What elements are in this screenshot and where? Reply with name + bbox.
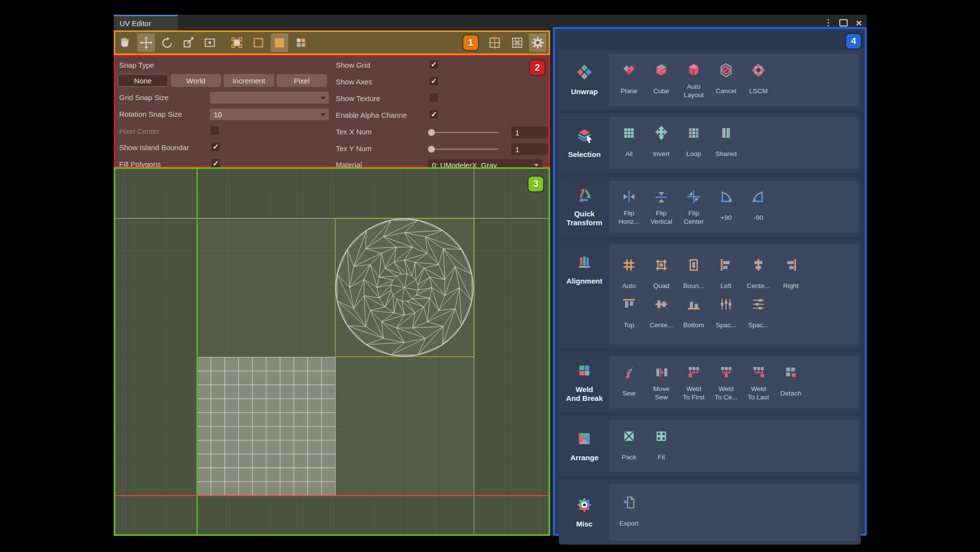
spacing-h-icon <box>718 296 734 314</box>
button-label: Flip Horiz... <box>619 209 640 226</box>
loop-icon <box>686 125 702 143</box>
button-label: Spac... <box>748 316 769 334</box>
pixel-center-checkbox[interactable] <box>210 126 220 135</box>
button-lscm[interactable]: LSCM <box>742 60 775 100</box>
button-label: Fit <box>658 448 665 466</box>
scale-tool-icon[interactable] <box>179 33 197 52</box>
grid-snap-dropdown[interactable] <box>210 92 329 104</box>
button-plane[interactable]: Plane <box>613 60 645 100</box>
uv-vertex-mode-icon[interactable] <box>228 33 246 52</box>
show-axes-checkbox[interactable]: ✓ <box>429 76 439 86</box>
button-label: Top <box>624 316 634 334</box>
fill-polygons-checkbox[interactable]: ✓ <box>211 158 221 168</box>
rect-select-tool-icon[interactable] <box>201 33 219 52</box>
auto-layout-icon <box>686 62 702 80</box>
move-sew-icon <box>653 365 669 382</box>
button-top[interactable]: Top <box>613 294 645 334</box>
button-shared[interactable]: Shared <box>710 123 742 162</box>
snap-option-increment[interactable]: Increment <box>224 74 274 87</box>
settings-gear-icon[interactable] <box>529 33 547 52</box>
tex-y-slider-knob[interactable] <box>428 146 435 153</box>
group-arrange: ArrangePackFit <box>559 416 861 476</box>
button-right[interactable]: Right <box>775 255 807 294</box>
tex-x-slider-knob[interactable] <box>428 129 435 136</box>
rotation-snap-dropdown[interactable]: 10 <box>210 108 329 120</box>
align-top-icon <box>621 296 637 314</box>
button-flip-center[interactable]: Flip Center <box>678 187 710 226</box>
button-label: Invert <box>653 145 670 162</box>
button-auto-layout[interactable]: Auto Layout <box>678 60 710 100</box>
region-badge-1: 1 <box>463 35 478 50</box>
enable-alpha-checkbox[interactable]: ✓ <box>429 109 439 119</box>
maximize-icon[interactable] <box>839 19 848 26</box>
button-left[interactable]: Left <box>710 255 742 294</box>
island-boundary-checkbox[interactable]: ✓ <box>211 142 221 152</box>
close-icon[interactable]: × <box>856 18 862 28</box>
button-move-sew[interactable]: Move Sew <box>645 363 678 402</box>
button-sew[interactable]: Sew <box>613 363 645 402</box>
flip-center-icon <box>686 189 702 207</box>
grid-settings-icon[interactable] <box>486 33 503 52</box>
tex-y-slider-track[interactable] <box>430 149 499 150</box>
move-tool-icon[interactable] <box>137 33 155 52</box>
align-auto-icon <box>621 257 637 275</box>
tex-x-value[interactable]: 1 <box>511 127 548 138</box>
button-detach[interactable]: Detach <box>775 363 807 402</box>
button-spac-[interactable]: Spac... <box>742 294 775 334</box>
button--90[interactable]: -90 <box>742 187 775 226</box>
tab-uv-editor[interactable]: UV Editor <box>114 15 178 30</box>
group-quick-transform-category: Quick Transform <box>561 177 608 237</box>
button-cente-[interactable]: Cente... <box>645 294 678 334</box>
button-quad[interactable]: Quad <box>645 255 678 294</box>
button-auto[interactable]: Auto <box>613 255 645 294</box>
button-cente-[interactable]: Cente... <box>742 255 775 294</box>
button-cube[interactable]: Cube <box>645 60 678 100</box>
pan-tool-icon[interactable] <box>116 33 133 52</box>
button-fit[interactable]: Fit <box>645 426 678 466</box>
button-spac-[interactable]: Spac... <box>710 294 742 334</box>
button-weld-to-last[interactable]: Weld To Last <box>742 363 775 402</box>
show-grid-label: Show Grid <box>336 60 370 70</box>
snap-option-pixel[interactable]: Pixel <box>276 74 327 87</box>
align-center-h-icon <box>751 257 766 275</box>
snap-option-none[interactable]: None <box>118 74 168 87</box>
button-weld-to-first[interactable]: Weld To First <box>678 363 710 402</box>
all-icon <box>621 125 637 143</box>
unwrap-icon <box>576 64 593 83</box>
show-grid-checkbox[interactable]: ✓ <box>429 59 439 69</box>
button-label: Detach <box>780 384 802 402</box>
button-flip-horiz-[interactable]: Flip Horiz... <box>613 187 645 226</box>
button-cancel[interactable]: Cancel <box>710 60 742 100</box>
uv-island-mode-icon[interactable] <box>292 33 310 52</box>
button-weld-to-ce-[interactable]: Weld To Ce... <box>710 363 742 402</box>
button-invert[interactable]: Invert <box>645 123 678 162</box>
button-boun-[interactable]: Boun... <box>678 255 710 294</box>
pack-icon <box>621 428 637 446</box>
weld-last-icon <box>751 365 766 382</box>
button-all[interactable]: All <box>613 123 645 162</box>
uv-canvas[interactable]: 3 <box>114 167 550 536</box>
group-unwrap-label: Unwrap <box>571 87 598 96</box>
button-label: Flip Vertical <box>651 209 672 226</box>
texture-settings-icon[interactable] <box>508 33 526 52</box>
button-label: Cube <box>653 82 669 100</box>
group-alignment-label: Alignment <box>566 277 602 286</box>
button-pack[interactable]: Pack <box>613 426 645 466</box>
button-export[interactable]: Export <box>613 493 645 532</box>
uv-face-mode-icon[interactable] <box>271 33 288 52</box>
tex-y-value[interactable]: 1 <box>511 143 548 155</box>
uv-canvas-drawing <box>115 169 549 534</box>
button-+90[interactable]: +90 <box>710 187 742 226</box>
button-bottom[interactable]: Bottom <box>678 294 710 334</box>
button-label: Bottom <box>683 316 704 334</box>
button-loop[interactable]: Loop <box>678 123 710 162</box>
uv-edge-mode-icon[interactable] <box>250 33 267 52</box>
tex-x-slider-track[interactable] <box>430 132 499 133</box>
show-texture-checkbox[interactable] <box>429 93 439 103</box>
tex-x-label: Tex X Num <box>336 127 372 137</box>
rotate-tool-icon[interactable] <box>158 33 176 52</box>
snap-option-world[interactable]: World <box>171 74 221 87</box>
button-flip-vertical[interactable]: Flip Vertical <box>645 187 678 226</box>
tab-title: UV Editor <box>120 19 151 27</box>
uv-editor-window: UV Editor × 1 2 Snap Type NoneWorldIncre… <box>114 15 867 536</box>
